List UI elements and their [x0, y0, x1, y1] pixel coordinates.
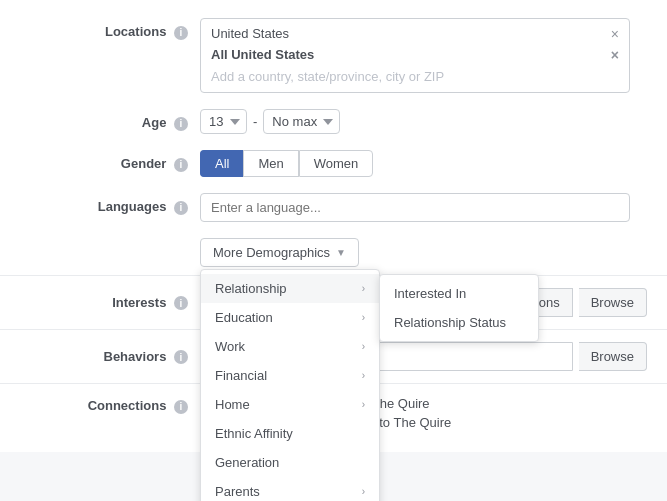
financial-chevron-icon: ›	[362, 370, 365, 381]
languages-content	[200, 193, 647, 222]
age-dash: -	[253, 114, 257, 129]
location-close-all-us[interactable]: ×	[611, 48, 619, 62]
languages-input[interactable]	[200, 193, 630, 222]
connections-label: Connections i	[20, 396, 200, 414]
menu-item-financial[interactable]: Financial ›	[201, 361, 379, 390]
interests-label: Interests i	[20, 295, 200, 311]
interests-info-icon[interactable]: i	[174, 296, 188, 310]
gender-btn-all[interactable]: All	[200, 150, 243, 177]
locations-label-text: Locations	[105, 24, 166, 39]
gender-btn-men[interactable]: Men	[243, 150, 298, 177]
age-controls: 13 18 21 25 - No max 25 35 45 65	[200, 109, 647, 134]
education-chevron-icon: ›	[362, 312, 365, 323]
menu-item-ethnic-affinity-label: Ethnic Affinity	[215, 426, 293, 441]
menu-item-education-label: Education	[215, 310, 273, 325]
menu-item-home-label: Home	[215, 397, 250, 412]
gender-info-icon[interactable]: i	[174, 158, 188, 172]
languages-label-text: Languages	[98, 199, 167, 214]
age-label: Age i	[20, 109, 200, 131]
home-chevron-icon: ›	[362, 399, 365, 410]
behaviors-label-text: Behaviors	[104, 349, 167, 364]
gender-buttons: All Men Women	[200, 150, 647, 177]
demographics-content: More Demographics ▼ Relationship › Inter…	[200, 238, 647, 267]
interests-browse-btn[interactable]: Browse	[579, 288, 647, 317]
age-label-text: Age	[142, 115, 167, 130]
submenu-item-interested-in[interactable]: Interested In	[380, 279, 538, 308]
gender-row: Gender i All Men Women	[0, 142, 667, 185]
locations-label: Locations i	[20, 18, 200, 40]
relationship-submenu: Interested In Relationship Status	[379, 274, 539, 342]
menu-item-home[interactable]: Home ›	[201, 390, 379, 419]
demographics-chevron-icon: ▼	[336, 247, 346, 258]
location-box: United States × All United States ×	[200, 18, 630, 93]
menu-item-work[interactable]: Work ›	[201, 332, 379, 361]
menu-item-work-label: Work	[215, 339, 245, 354]
demographics-row: More Demographics ▼ Relationship › Inter…	[0, 230, 667, 275]
menu-item-ethnic-affinity[interactable]: Ethnic Affinity	[201, 419, 379, 448]
location-tag-all-us-text: All United States	[211, 47, 314, 62]
interests-label-text: Interests	[112, 295, 166, 310]
age-content: 13 18 21 25 - No max 25 35 45 65	[200, 109, 647, 134]
parents-chevron-icon: ›	[362, 486, 365, 497]
languages-info-icon[interactable]: i	[174, 201, 188, 215]
demographics-button[interactable]: More Demographics ▼	[200, 238, 359, 267]
menu-item-parents[interactable]: Parents ›	[201, 477, 379, 501]
menu-item-parents-label: Parents	[215, 484, 260, 499]
age-row: Age i 13 18 21 25 - No max 25 35 45 65	[0, 101, 667, 142]
menu-item-relationship-label: Relationship	[215, 281, 287, 296]
gender-content: All Men Women	[200, 150, 647, 177]
locations-content: United States × All United States ×	[200, 18, 647, 93]
gender-btn-women[interactable]: Women	[299, 150, 374, 177]
submenu-item-relationship-status[interactable]: Relationship Status	[380, 308, 538, 337]
menu-item-education[interactable]: Education ›	[201, 303, 379, 332]
menu-item-financial-label: Financial	[215, 368, 267, 383]
main-container: Locations i United States × All United S…	[0, 0, 667, 452]
location-close-us[interactable]: ×	[611, 27, 619, 41]
gender-label-text: Gender	[121, 156, 167, 171]
languages-row: Languages i	[0, 185, 667, 230]
demographics-dropdown: More Demographics ▼ Relationship › Inter…	[200, 238, 359, 267]
locations-info-icon[interactable]: i	[174, 26, 188, 40]
age-max-select[interactable]: No max 25 35 45 65	[263, 109, 340, 134]
connections-info-icon[interactable]: i	[174, 400, 188, 414]
gender-label: Gender i	[20, 150, 200, 172]
age-info-icon[interactable]: i	[174, 117, 188, 131]
demographics-button-label: More Demographics	[213, 245, 330, 260]
menu-item-generation-label: Generation	[215, 455, 279, 470]
menu-item-generation[interactable]: Generation	[201, 448, 379, 477]
demographics-menu: Relationship › Interested In Relationshi…	[200, 269, 380, 501]
behaviors-label: Behaviors i	[20, 349, 200, 365]
location-input[interactable]	[205, 65, 625, 88]
age-min-select[interactable]: 13 18 21 25	[200, 109, 247, 134]
behaviors-browse-btn[interactable]: Browse	[579, 342, 647, 371]
connections-label-text: Connections	[88, 398, 167, 413]
relationship-chevron-icon: ›	[362, 283, 365, 294]
location-tag-us: United States ×	[205, 23, 625, 44]
languages-label: Languages i	[20, 193, 200, 215]
menu-item-relationship[interactable]: Relationship › Interested In Relationshi…	[201, 274, 379, 303]
location-tag-us-text: United States	[211, 26, 289, 41]
behaviors-info-icon[interactable]: i	[174, 350, 188, 364]
locations-row: Locations i United States × All United S…	[0, 10, 667, 101]
location-tag-all-us: All United States ×	[205, 44, 625, 65]
demographics-label-spacer	[20, 238, 200, 244]
work-chevron-icon: ›	[362, 341, 365, 352]
